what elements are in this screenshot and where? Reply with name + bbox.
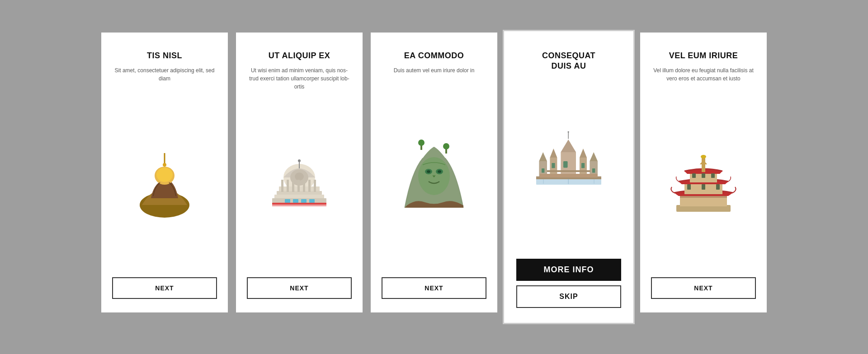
svg-rect-45 (552, 163, 555, 168)
svg-rect-26 (272, 205, 326, 206)
card5-next-button[interactable]: NEXT (651, 277, 756, 299)
svg-rect-22 (293, 199, 298, 203)
svg-point-60 (701, 155, 706, 158)
svg-point-4 (163, 163, 166, 167)
card-tis-nisl: TIS NISL Sit amet, consectetuer adipisci… (101, 33, 228, 312)
card2-description: Ut wisi enim ad minim veniam, quis nos-t… (247, 66, 352, 91)
card5-description: Vel illum dolore eu feugiat nulla facili… (651, 66, 756, 83)
card5-illustration (651, 96, 756, 264)
svg-rect-15 (297, 180, 300, 192)
svg-rect-46 (581, 163, 585, 168)
svg-rect-20 (272, 198, 326, 203)
card-vel-eum: VEL EUM IRIURE Vel illum dolore eu feugi… (640, 33, 767, 312)
svg-rect-65 (702, 184, 705, 190)
card4-skip-button[interactable]: SKIP (516, 285, 621, 308)
svg-point-33 (418, 140, 425, 146)
svg-rect-63 (711, 173, 715, 178)
card2-next-button[interactable]: NEXT (247, 277, 352, 299)
svg-rect-44 (563, 161, 568, 168)
svg-rect-43 (540, 174, 598, 177)
svg-point-35 (443, 143, 449, 149)
svg-rect-18 (314, 180, 316, 192)
card1-title: TIS NISL (147, 51, 182, 61)
card-ut-aliquip: UT ALIQUIP EX Ut wisi enim ad minim veni… (236, 33, 363, 312)
svg-rect-16 (303, 180, 305, 192)
svg-rect-47 (542, 168, 544, 173)
svg-point-9 (298, 159, 301, 162)
card5-title: VEL EUM IRIURE (669, 51, 738, 61)
svg-rect-49 (547, 170, 590, 172)
svg-rect-66 (716, 184, 720, 190)
svg-rect-48 (592, 168, 595, 173)
card3-description: Duis autem vel eum iriure dolor in (394, 66, 475, 75)
svg-point-51 (568, 131, 569, 132)
card-consequat: CONSEQUATDUIS AU (505, 33, 632, 321)
card3-next-button[interactable]: NEXT (382, 277, 486, 299)
svg-point-31 (438, 170, 441, 173)
card4-illustration (516, 77, 621, 245)
svg-rect-14 (292, 180, 294, 192)
card4-title: CONSEQUATDUIS AU (542, 51, 595, 72)
svg-point-30 (427, 170, 430, 173)
card4-more-info-button[interactable]: MORE INFO (516, 259, 621, 281)
svg-rect-21 (285, 199, 290, 203)
card1-description: Sit amet, consectetuer adipiscing elit, … (112, 66, 217, 83)
svg-point-7 (295, 172, 304, 181)
svg-rect-24 (309, 199, 315, 203)
svg-point-2 (156, 168, 173, 182)
card1-illustration (112, 96, 217, 264)
card2-title: UT ALIQUIP EX (269, 51, 330, 61)
svg-rect-61 (692, 173, 696, 178)
cards-container: TIS NISL Sit amet, consectetuer adipisci… (83, 14, 785, 340)
svg-rect-67 (680, 196, 727, 198)
card1-next-button[interactable]: NEXT (112, 277, 217, 299)
card3-illustration (382, 88, 486, 264)
svg-rect-13 (287, 180, 289, 192)
svg-rect-62 (702, 173, 705, 178)
card-ea-commodo: EA COMMODO Duis autem vel eum iriure dol… (371, 33, 497, 312)
svg-rect-12 (281, 180, 283, 192)
svg-rect-17 (308, 180, 311, 192)
card3-title: EA COMMODO (404, 51, 464, 61)
svg-rect-23 (301, 199, 307, 203)
svg-rect-25 (272, 203, 326, 205)
svg-rect-64 (687, 184, 691, 190)
card2-illustration (247, 104, 352, 264)
